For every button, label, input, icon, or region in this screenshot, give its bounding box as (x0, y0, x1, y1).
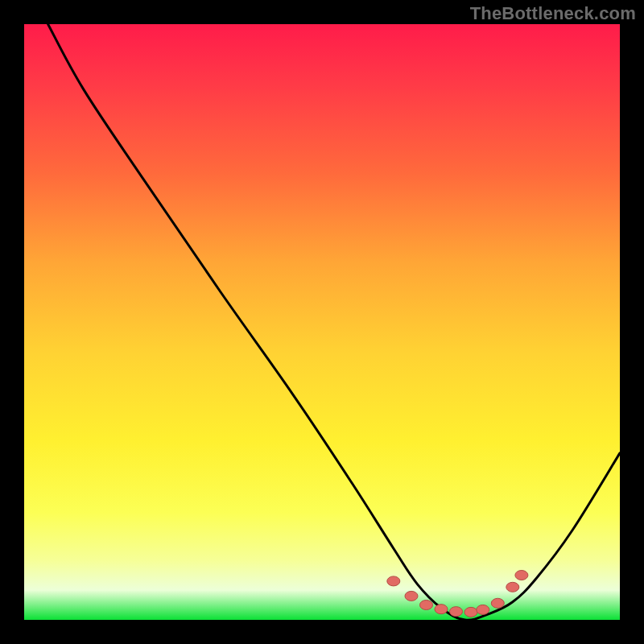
watermark-text: TheBottleneck.com (470, 3, 636, 24)
plot-gradient-background (24, 24, 620, 620)
chart-frame: TheBottleneck.com (0, 0, 644, 644)
